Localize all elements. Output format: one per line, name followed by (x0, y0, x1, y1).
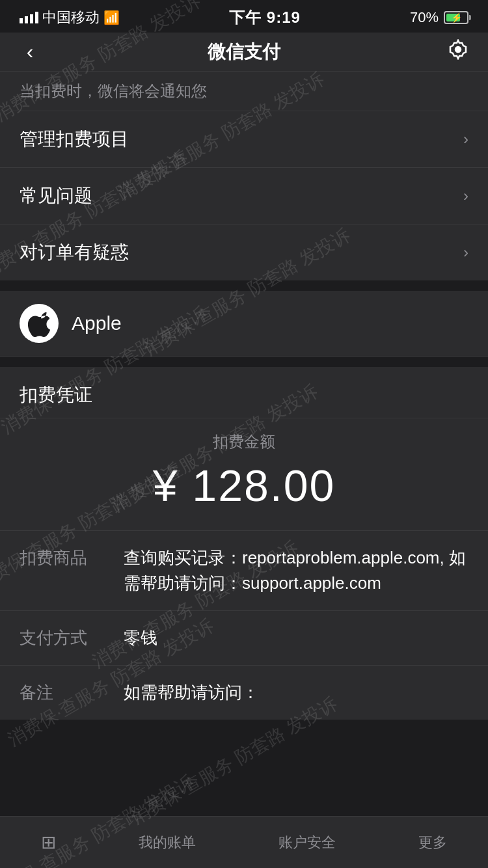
tab-account-security[interactable]: 账户安全 (278, 833, 336, 852)
tab-more-label: 更多 (418, 833, 447, 852)
voucher-title: 扣费凭证 (20, 385, 92, 405)
wifi-icon: 📶 (103, 10, 120, 25)
detail-value-product: 查询购买记录：reportaproblem.apple.com, 如需帮助请访问… (124, 545, 468, 596)
battery-percent: 70% (410, 9, 439, 26)
chevron-right-icon: › (463, 243, 468, 262)
detail-label-payment: 支付方式 (20, 625, 124, 649)
apple-merchant-name: Apple (72, 312, 122, 334)
tab-my-bills-label: 我的账单 (139, 833, 196, 852)
detail-label-note: 备注 (20, 680, 124, 704)
amount-section: 扣费金额 ¥ 128.00 (0, 418, 488, 531)
menu-section-top: 当扣费时，微信将会通知您 (0, 72, 488, 111)
detail-row-note: 备注 如需帮助请访问： (0, 666, 488, 720)
menu-item-faq[interactable]: 常见问题 › (0, 168, 488, 224)
voucher-header: 扣费凭证 (0, 367, 488, 418)
tab-more[interactable]: 更多 (418, 833, 447, 852)
keyboard-icon: ⊞ (41, 832, 56, 853)
detail-row-product: 扣费商品 查询购买记录：reportaproblem.apple.com, 如需… (0, 531, 488, 611)
page-title: 微信支付 (208, 40, 280, 64)
detail-row-payment: 支付方式 零钱 (0, 611, 488, 666)
tab-bar: ⊞ 我的账单 账户安全 更多 (0, 816, 488, 868)
detail-label-product: 扣费商品 (20, 545, 124, 569)
status-right: 70% ⚡ (410, 9, 468, 26)
chevron-right-icon: › (463, 130, 468, 148)
gear-icon (448, 39, 468, 60)
apple-logo (20, 304, 59, 343)
detail-value-note: 如需帮助请访问： (124, 680, 468, 705)
amount-label: 扣费金额 (20, 431, 468, 452)
settings-button[interactable] (444, 39, 472, 64)
detail-value-payment: 零钱 (124, 625, 468, 651)
signal-icon (20, 12, 38, 23)
status-time: 下午 9:19 (229, 7, 301, 28)
status-bar: 中国移动 📶 下午 9:19 70% ⚡ (0, 0, 488, 33)
nav-bar: ‹ 微信支付 (0, 33, 488, 72)
menu-section: 管理扣费项目 › 常见问题 › 对订单有疑惑 › (0, 111, 488, 280)
partial-menu-item: 当扣费时，微信将会通知您 (0, 72, 488, 111)
section-divider-2 (0, 357, 488, 367)
amount-value: ¥ 128.00 (20, 460, 468, 511)
back-button[interactable]: ‹ (16, 40, 44, 64)
status-left: 中国移动 📶 (20, 8, 120, 27)
voucher-section: 扣费凭证 扣费金额 ¥ 128.00 (0, 367, 488, 531)
apple-merchant-section: Apple (0, 291, 488, 357)
chevron-right-icon: › (463, 187, 468, 205)
section-divider (0, 280, 488, 291)
tab-keyboard[interactable]: ⊞ (41, 832, 56, 853)
details-section: 扣费商品 查询购买记录：reportaproblem.apple.com, 如需… (0, 531, 488, 720)
carrier-label: 中国移动 (42, 8, 100, 27)
tab-account-security-label: 账户安全 (278, 833, 336, 852)
menu-item-order-query[interactable]: 对订单有疑惑 › (0, 224, 488, 280)
tab-my-bills[interactable]: 我的账单 (139, 833, 196, 852)
battery-icon: ⚡ (444, 11, 468, 24)
menu-item-manage[interactable]: 管理扣费项目 › (0, 111, 488, 168)
